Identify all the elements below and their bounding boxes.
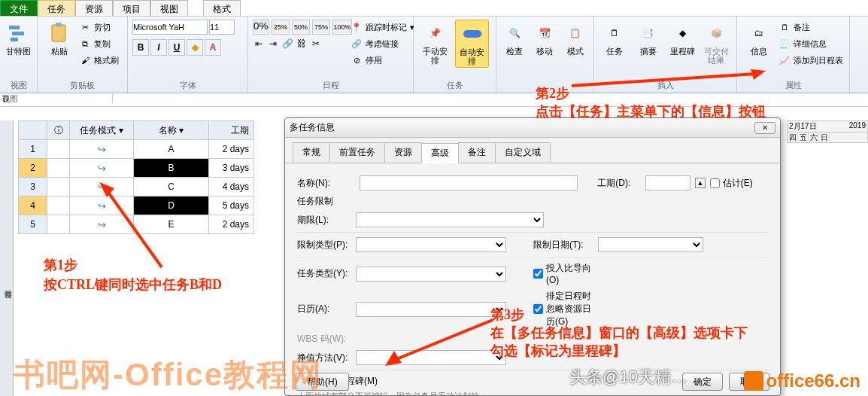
bold-button[interactable]: B <box>132 39 149 56</box>
name-field[interactable] <box>360 175 578 190</box>
col-info[interactable]: ⓘ <box>47 121 70 140</box>
detail-icon: 🧾 <box>778 38 791 50</box>
milestone-button[interactable]: ◆里程碑 <box>667 20 698 57</box>
mode-button[interactable]: 📋模式 <box>562 20 589 57</box>
col-mode[interactable]: 任务模式 ▾ <box>70 121 134 140</box>
deliverable-icon: 📦 <box>704 21 728 45</box>
deliverable-button[interactable]: 📦可交付结果 <box>701 20 732 66</box>
cal-combo[interactable] <box>356 302 506 317</box>
auto-schedule-button[interactable]: 自动安排 <box>455 20 489 68</box>
svg-rect-1 <box>12 32 24 35</box>
inspect-icon: 🔍 <box>502 21 527 45</box>
inactivate-button[interactable]: ⊘停用 <box>351 54 414 66</box>
painter-button[interactable]: 🖌格式刷 <box>79 54 119 66</box>
table-row[interactable]: 2 B3 days <box>19 159 254 178</box>
ev-combo[interactable] <box>356 350 506 365</box>
note-icon: 🗒 <box>778 21 791 33</box>
group-view-label: 视图 <box>5 78 32 93</box>
milestone-icon: ◆ <box>670 21 694 45</box>
pct75[interactable]: 75% <box>312 20 330 35</box>
respect-links-button[interactable]: 🔗考虑链接 <box>351 38 414 50</box>
inspect-button[interactable]: 🔍检查 <box>501 20 528 57</box>
link-icon[interactable]: 🔗 <box>281 38 293 50</box>
unlink-icon[interactable]: ⛓ <box>296 38 308 50</box>
details-button[interactable]: 🧾详细信息 <box>778 38 843 50</box>
cdate-label: 限制日期(T): <box>533 239 593 251</box>
pct25[interactable]: 25% <box>272 20 290 35</box>
svg-rect-3 <box>52 25 65 41</box>
formula-bar: D <box>0 93 868 107</box>
info-button[interactable]: 🗂信息 <box>742 20 775 57</box>
table-row[interactable]: 4 D5 days <box>19 196 254 215</box>
copy-button[interactable]: ⧉复制 <box>79 38 119 50</box>
svg-rect-4 <box>56 23 62 27</box>
wbs-label: WBS 码(W): <box>297 333 351 346</box>
pin-icon: 📌 <box>423 21 448 45</box>
pct100[interactable]: 100% <box>332 20 352 35</box>
manual-mode-icon <box>98 200 106 212</box>
effort-check[interactable]: 投入比导向(O) <box>533 262 593 285</box>
tab-view[interactable]: 视图 <box>150 0 188 16</box>
task-insert-button[interactable]: 🗒任务 <box>599 20 630 57</box>
font-size-combo[interactable] <box>209 20 235 35</box>
indent-icon[interactable]: ⇥ <box>267 38 279 50</box>
paste-button[interactable]: 粘贴 <box>42 20 76 57</box>
paste-label: 粘贴 <box>51 47 68 56</box>
ctype-combo[interactable] <box>356 237 506 252</box>
dlg-tab-pred[interactable]: 前置任务 <box>329 142 385 163</box>
fill-color-button[interactable]: ◆ <box>187 39 203 56</box>
dur-field[interactable] <box>645 175 690 190</box>
ok-button[interactable]: 确定 <box>682 373 723 391</box>
tab-task[interactable]: 任务 <box>38 0 75 16</box>
dlg-tab-res[interactable]: 资源 <box>384 142 422 163</box>
dlg-tab-notes[interactable]: 备注 <box>458 142 496 163</box>
track-mark-button[interactable]: 📍跟踪时标记 ▾ <box>351 21 414 33</box>
notes-button[interactable]: 🗒备注 <box>778 21 843 33</box>
manual-mode-icon <box>98 144 106 155</box>
tab-file[interactable]: 文件 <box>0 0 38 16</box>
gantt-button[interactable]: 甘特图 <box>5 20 32 57</box>
tab-project[interactable]: 项目 <box>113 0 150 16</box>
font-color-button[interactable]: A <box>205 39 221 56</box>
estimate-check[interactable]: 估计(E) <box>710 177 768 190</box>
summary-button[interactable]: 📑摘要 <box>633 20 663 57</box>
dlg-tab-adv[interactable]: 高级 <box>421 143 459 163</box>
watermark-right: office66.cn <box>744 370 860 391</box>
split-icon[interactable]: ✂ <box>310 38 322 50</box>
dlg-tab-custom[interactable]: 自定义域 <box>495 142 551 163</box>
group-font-label: 字体 <box>132 78 243 93</box>
manual-mode-icon <box>98 219 106 230</box>
scissors-icon: ✂ <box>79 21 91 33</box>
ignore-cal-check[interactable]: 排定日程时忽略资源日历(G) <box>533 290 593 328</box>
manual-schedule-button[interactable]: 📌 手动安排 <box>418 20 452 66</box>
dialog-close-button[interactable]: ✕ <box>754 122 775 134</box>
col-name[interactable]: 名称 ▾ <box>134 121 209 140</box>
ttype-combo[interactable] <box>356 267 506 282</box>
move-button[interactable]: 📆移动 <box>531 20 558 57</box>
summary-icon: 📑 <box>636 21 660 45</box>
table-row[interactable]: 5 E2 days <box>19 215 254 234</box>
cdate-combo[interactable] <box>598 237 703 252</box>
add-timeline-button[interactable]: 📈添加到日程表 <box>778 54 843 66</box>
tab-format[interactable]: 格式 <box>203 0 241 16</box>
outdent-icon[interactable]: ⇤ <box>253 38 265 50</box>
italic-button[interactable]: I <box>150 39 167 56</box>
auto-icon <box>460 22 484 46</box>
constraint-section-title: 任务限制 <box>297 195 768 208</box>
timeline-icon: 📈 <box>778 54 791 66</box>
group-task-label: 任务 <box>418 78 491 93</box>
font-name-combo[interactable] <box>132 20 208 35</box>
pct50[interactable]: 50% <box>292 20 310 35</box>
dialog-title: 多任务信息 <box>290 121 335 134</box>
underline-button[interactable]: U <box>168 39 185 56</box>
col-dur[interactable]: 工期 <box>209 121 254 140</box>
tab-resource[interactable]: 资源 <box>75 0 113 16</box>
table-row[interactable]: 3 C4 days <box>19 178 254 196</box>
main-tabs: 文件 任务 资源 项目 视图 格式 <box>0 0 868 17</box>
table-row[interactable]: 1 A2 days <box>19 140 254 159</box>
cut-button[interactable]: ✂剪切 <box>79 21 119 33</box>
dlg-tab-general[interactable]: 常规 <box>293 142 330 163</box>
svg-rect-2 <box>11 38 18 41</box>
deadline-combo[interactable] <box>356 212 544 227</box>
pct0[interactable]: 0% <box>253 20 269 35</box>
